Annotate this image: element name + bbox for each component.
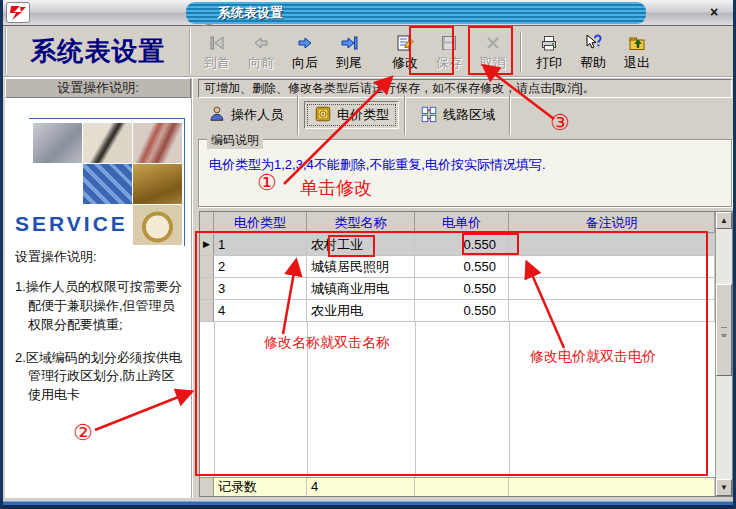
cell-type-name[interactable]: 城镇居民照明 [307, 256, 415, 277]
go-first-button[interactable]: 到首 [195, 28, 239, 76]
record-count-value: 4 [307, 478, 415, 496]
scroll-up-button[interactable]: ▲ [716, 212, 732, 229]
cell-price-type[interactable]: 4 [214, 300, 307, 321]
save-button[interactable]: 保存 [427, 28, 471, 76]
instruction-item-1: 1.操作人员的权限可按需要分配便于兼职操作,但管理员权限分配要慎重; [15, 278, 187, 335]
cancel-button[interactable]: 取消 [471, 28, 515, 76]
info-bar: 可增加、删除、修改各类型后请进行保存，如不保存修改，请点击[取消]。 [198, 79, 732, 98]
tab-bar: 操作人员 电价类型 线路区域 [199, 100, 516, 130]
scroll-down-button[interactable]: ▼ [716, 479, 732, 496]
annotation-step2-number: ② [73, 422, 93, 444]
groupbox-title: 编码说明 [207, 132, 263, 149]
cell-note[interactable] [509, 256, 715, 277]
tab-separator [404, 95, 406, 135]
cell-price-type[interactable]: 1 [214, 234, 307, 255]
go-next-button[interactable]: 向后 [283, 28, 327, 76]
row-selector-arrow: ▶ [200, 234, 214, 255]
footer-selector-cell [200, 478, 214, 496]
table-row[interactable]: ▶ 1 农村工业 0.550 [200, 234, 715, 256]
coding-note-groupbox: 编码说明 电价类型为1,2,3,4不能删除,不能重复,电价按实际情况填写. [198, 139, 732, 207]
table-header-row: 电价类型 类型名称 电单价 备注说明 [200, 212, 715, 234]
row-selector-cell [200, 278, 214, 299]
instructions-title: 设置操作说明: [15, 248, 187, 266]
tab-line-area[interactable]: 线路区域 [411, 101, 504, 129]
toolbar: 到首 向前 向后 到尾 修改 保存 [195, 27, 659, 77]
go-first-icon [207, 32, 227, 54]
cell-unit-price[interactable]: 0.550 [415, 256, 509, 277]
row-selector-cell [200, 300, 214, 321]
tab-operators-label: 操作人员 [231, 106, 283, 124]
cell-unit-price[interactable]: 0.550 [415, 234, 509, 255]
scrollbar-thumb[interactable] [716, 284, 732, 376]
footer-empty-cell [509, 478, 715, 496]
exit-label: 退出 [624, 54, 650, 72]
tab-price-type[interactable]: 电价类型 [304, 101, 399, 129]
tab-separator [297, 95, 299, 135]
cell-type-name[interactable]: 农村工业 [307, 234, 415, 255]
column-header-unit-price[interactable]: 电单价 [415, 212, 509, 233]
cell-unit-price[interactable]: 0.550 [415, 278, 509, 299]
go-last-icon [339, 32, 359, 54]
cell-note[interactable] [509, 300, 715, 321]
cancel-icon [483, 32, 503, 54]
go-next-icon [295, 32, 315, 54]
cell-unit-price[interactable]: 0.550 [415, 300, 509, 321]
footer-empty-cell [415, 478, 509, 496]
go-first-label: 到首 [204, 54, 230, 72]
help-button[interactable]: 帮助 [571, 28, 615, 76]
table-row[interactable]: 2 城镇居民照明 0.550 [200, 256, 715, 278]
grid-line [415, 322, 416, 477]
modify-button[interactable]: 修改 [383, 28, 427, 76]
help-icon [583, 32, 603, 54]
sidebar-instructions: 设置操作说明: 1.操作人员的权限可按需要分配便于兼职操作,但管理员权限分配要慎… [15, 248, 187, 419]
tab-price-type-label: 电价类型 [337, 106, 389, 124]
help-label: 帮助 [580, 54, 606, 72]
exit-button[interactable]: 退出 [615, 28, 659, 76]
print-label: 打印 [536, 54, 562, 72]
vertical-scrollbar[interactable]: ▲ ▼ [715, 212, 732, 496]
go-next-label: 向后 [292, 54, 318, 72]
photo-gold [133, 164, 182, 204]
person-icon [208, 105, 226, 126]
collage-line-horizontal [29, 118, 185, 119]
print-button[interactable]: 打印 [527, 28, 571, 76]
table-row[interactable]: 4 农业用电 0.550 [200, 300, 715, 322]
column-header-type-name[interactable]: 类型名称 [307, 212, 415, 233]
photo-watch [133, 205, 182, 245]
photo-tools [33, 123, 82, 163]
column-header-price-type[interactable]: 电价类型 [214, 212, 307, 233]
column-header-note[interactable]: 备注说明 [509, 212, 715, 233]
go-previous-button[interactable]: 向前 [239, 28, 283, 76]
sidebar: 设置操作说明: SERVICE 设置操作说明: 1.操作人员的权限可按需要分配便… [5, 78, 193, 498]
window-title: 系统表设置 [186, 2, 646, 24]
tab-line-area-label: 线路区域 [443, 106, 495, 124]
table-row[interactable]: 3 城镇商业用电 0.550 [200, 278, 715, 300]
cell-note[interactable] [509, 234, 715, 255]
go-last-button[interactable]: 到尾 [327, 28, 371, 76]
price-book-icon [314, 105, 332, 126]
collage-line-vertical [184, 118, 185, 246]
app-logo-icon [6, 2, 30, 23]
edit-icon [395, 32, 415, 54]
cell-type-name[interactable]: 城镇商业用电 [307, 278, 415, 299]
annotation-step3-number: ③ [550, 112, 570, 134]
cell-price-type[interactable]: 3 [214, 278, 307, 299]
service-collage: SERVICE [5, 100, 191, 268]
window-bottom-frame [3, 499, 733, 509]
cell-price-type[interactable]: 2 [214, 256, 307, 277]
print-icon [539, 32, 559, 54]
tab-operators[interactable]: 操作人员 [199, 101, 292, 129]
toolbar-separator [520, 32, 522, 72]
cell-type-name[interactable]: 农业用电 [307, 300, 415, 321]
page-title: 系统表设置 [5, 28, 191, 74]
go-previous-icon [251, 32, 271, 54]
modify-label: 修改 [392, 54, 418, 72]
cell-note[interactable] [509, 278, 715, 299]
tab-separator [509, 95, 511, 135]
grid-line [214, 322, 215, 477]
photo-pen [83, 123, 132, 163]
close-button[interactable]: × [705, 4, 723, 20]
table-footer-row: 记录数 4 [200, 477, 715, 496]
annotation-name-tip: 修改名称就双击名称 [264, 334, 390, 352]
grid-line [509, 322, 510, 477]
